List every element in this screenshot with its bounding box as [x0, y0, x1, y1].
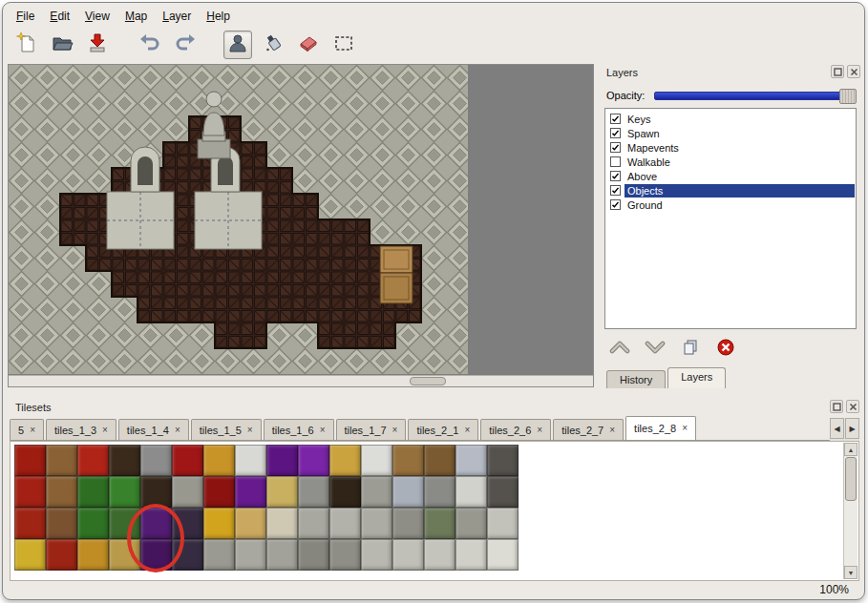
tileset-tile[interactable] [77, 445, 109, 476]
tileset-tile[interactable] [203, 539, 235, 571]
tileset-tile[interactable] [392, 508, 424, 539]
tab-close-icon[interactable]: × [175, 426, 180, 435]
tileset-tile[interactable] [329, 508, 361, 539]
tileset-tile[interactable] [266, 539, 298, 571]
tileset-tile[interactable] [14, 445, 46, 476]
scroll-up-icon[interactable]: ▲ [844, 443, 857, 456]
layer-visibility-checkbox[interactable] [610, 128, 621, 138]
map-canvas[interactable] [8, 64, 594, 387]
tileset-tab-tiles_1_5[interactable]: tiles_1_5× [191, 419, 262, 440]
stamp-tool-button[interactable] [223, 31, 252, 59]
opacity-slider[interactable] [654, 92, 857, 100]
select-tool-button[interactable] [329, 31, 358, 59]
layer-visibility-checkbox[interactable] [610, 114, 621, 124]
map-horizontal-scrollbar[interactable] [9, 375, 593, 386]
layer-row-keys[interactable]: Keys [606, 112, 855, 126]
tileset-tile[interactable] [46, 476, 77, 508]
layer-down-button[interactable] [644, 336, 667, 359]
tileset-tile[interactable] [487, 476, 519, 508]
tileset-tile[interactable] [424, 476, 455, 508]
scrollbar-thumb[interactable] [845, 457, 857, 501]
tileset-tile[interactable] [235, 508, 266, 539]
layer-visibility-checkbox[interactable] [610, 199, 621, 210]
tileset-tile[interactable] [487, 508, 519, 539]
layer-up-button[interactable] [608, 336, 631, 359]
tileset-tile[interactable] [77, 508, 109, 539]
tab-close-icon[interactable]: × [102, 426, 108, 435]
tileset-tile[interactable] [455, 445, 487, 476]
scroll-right-icon[interactable]: ▶ [845, 418, 859, 439]
open-folder-button[interactable] [48, 31, 76, 59]
tileset-tile[interactable] [361, 476, 392, 508]
layer-visibility-checkbox[interactable] [610, 185, 621, 196]
tileset-tile[interactable] [455, 508, 487, 539]
tileset-tile[interactable] [298, 445, 329, 476]
layer-visibility-checkbox[interactable] [610, 142, 621, 153]
undo-button[interactable] [136, 31, 164, 59]
tileset-tile[interactable] [266, 445, 298, 476]
save-button[interactable] [83, 31, 112, 59]
tileset-tile[interactable] [46, 539, 77, 571]
delete-layer-button[interactable] [714, 336, 737, 359]
menu-item-layer[interactable]: Layer [155, 7, 199, 26]
tileset-tile[interactable] [455, 476, 487, 508]
tileset-tile[interactable] [235, 445, 266, 476]
tileset-tile[interactable] [266, 508, 298, 539]
tileset-tile[interactable] [172, 445, 203, 476]
tileset-tile[interactable] [46, 445, 77, 476]
scroll-left-icon[interactable]: ◀ [830, 418, 844, 439]
tileset-tile[interactable] [109, 445, 140, 476]
tileset-tile[interactable] [109, 476, 140, 508]
tab-close-icon[interactable]: × [30, 426, 35, 435]
tileset-tab-5[interactable]: 5× [10, 419, 44, 440]
tileset-tile[interactable] [424, 508, 455, 539]
tileset-tile[interactable] [298, 539, 329, 571]
tileset-tile[interactable] [487, 539, 519, 571]
tileset-tile[interactable] [14, 539, 46, 571]
tileset-tile[interactable] [298, 476, 329, 508]
tileset-tile[interactable] [14, 476, 46, 508]
tileset-tab-tiles_2_7[interactable]: tiles_2_7× [553, 419, 624, 440]
redo-button[interactable] [171, 31, 200, 59]
tileset-tab-tiles_1_7[interactable]: tiles_1_7× [336, 419, 407, 440]
tileset-tab-tiles_1_3[interactable]: tiles_1_3× [46, 419, 116, 440]
tileset-tile[interactable] [235, 539, 266, 571]
scroll-down-icon[interactable]: ▼ [844, 566, 857, 579]
tileset-tile[interactable] [46, 508, 77, 539]
tileset-tab-tiles_2_1[interactable]: tiles_2_1× [408, 419, 478, 440]
tab-close-icon[interactable]: × [247, 426, 253, 435]
tileset-tile[interactable] [424, 445, 455, 476]
tileset-tile[interactable] [329, 476, 361, 508]
menu-item-view[interactable]: View [77, 7, 117, 26]
menu-item-map[interactable]: Map [117, 7, 155, 26]
tab-close-icon[interactable]: × [537, 426, 542, 435]
layer-row-walkable[interactable]: Walkable [606, 155, 855, 169]
menu-item-file[interactable]: File [9, 7, 42, 26]
tileset-tile[interactable] [203, 508, 235, 539]
float-panel-button[interactable] [831, 65, 844, 78]
tab-close-icon[interactable]: × [464, 426, 470, 435]
tileset-tile[interactable] [140, 445, 172, 476]
tileset-tile[interactable] [14, 508, 46, 539]
tileset-tile[interactable] [392, 539, 424, 571]
tileset-tile[interactable] [203, 476, 235, 508]
close-panel-button[interactable] [846, 400, 859, 413]
dock-tab-layers[interactable]: Layers [667, 367, 726, 388]
new-file-button[interactable] [12, 31, 41, 59]
tileset-tab-tiles_2_8[interactable]: tiles_2_8× [625, 416, 696, 440]
tileset-tile[interactable] [361, 508, 392, 539]
layer-row-mapevents[interactable]: Mapevents [606, 140, 855, 155]
layer-row-above[interactable]: Above [606, 169, 855, 183]
tileset-tile[interactable] [487, 445, 519, 476]
tileset-tab-tiles_1_6[interactable]: tiles_1_6× [264, 419, 334, 440]
eraser-tool-button[interactable] [294, 31, 323, 59]
tileset-tile[interactable] [361, 445, 392, 476]
tileset-tile[interactable] [424, 539, 455, 571]
tileset-tile[interactable] [361, 539, 392, 571]
layer-row-objects[interactable]: Objects [606, 183, 855, 198]
tileset-tile[interactable] [455, 539, 487, 571]
tab-close-icon[interactable]: × [392, 426, 398, 435]
opacity-slider-handle[interactable] [839, 89, 857, 104]
close-panel-button[interactable] [847, 65, 860, 78]
duplicate-layer-button[interactable] [679, 336, 702, 359]
